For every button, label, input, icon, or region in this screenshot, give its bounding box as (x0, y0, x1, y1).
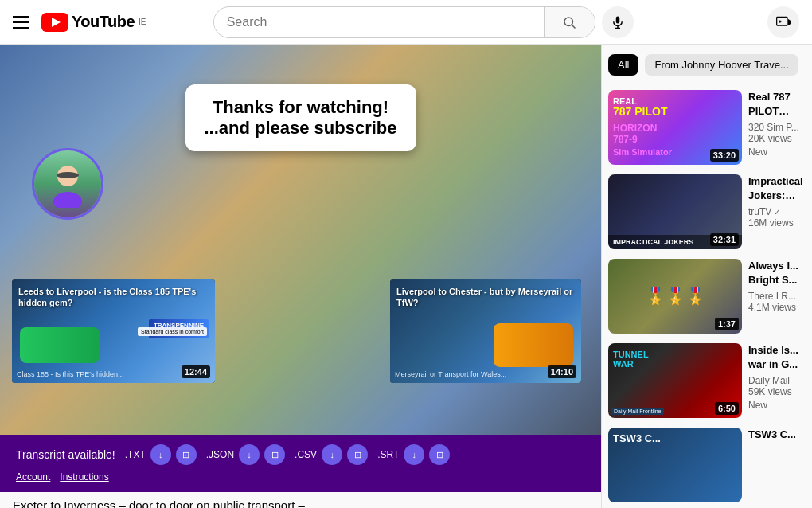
transcript-links: Account Instructions (16, 471, 585, 483)
sidebar: All From Johnny Hoover Trave... REAL 787… (601, 45, 812, 508)
thumb-train-right (494, 323, 573, 367)
sidebar-stats-0: 20K views (748, 133, 806, 144)
video-section: Thanks for watching! ...and please subsc… (0, 45, 601, 508)
svg-rect-4 (615, 16, 619, 23)
horizon-text: HORIZON787-9 (613, 123, 657, 145)
json-download-button[interactable]: ↓ (239, 444, 260, 465)
srt-sub-button[interactable]: ⊡ (429, 444, 450, 465)
sidebar-new-0: New (748, 147, 767, 158)
format-json-group: .JSON ↓ ⊡ (206, 444, 285, 465)
sidebar-info-0: Real 787 PILOT Reviews... 320 Sim P... 2… (748, 90, 806, 165)
format-txt-group: .TXT ↓ ⊡ (125, 444, 197, 465)
account-link[interactable]: Account (16, 471, 50, 483)
svg-point-2 (564, 18, 573, 26)
search-input[interactable] (214, 15, 544, 29)
daily-mail-badge: Daily Mail Frontline (611, 408, 664, 415)
video-title-bar: Exeter to Inverness – door to door on pu… (0, 492, 601, 508)
video-title: Exeter to Inverness – door to door on pu… (13, 498, 588, 508)
filter-chips: All From Johnny Hoover Trave... (602, 45, 812, 85)
thumb-train-left (20, 327, 100, 363)
sidebar-thumb-bg-4: TSW3 C... (608, 428, 742, 502)
sidebar-stats-1: 16M views (748, 217, 806, 229)
sidebar-info-4: TSW3 C... (748, 428, 806, 502)
pilot-text: REAL 787 PILOT (613, 96, 667, 118)
txt-sub-button[interactable]: ⊡ (176, 444, 197, 465)
sidebar-channel-1: truTV ✓ (748, 206, 806, 217)
format-txt-label: .TXT (125, 449, 146, 460)
transcript-bar: Transcript available! .TXT ↓ ⊡ .JSON ↓ ⊡… (0, 435, 601, 492)
video-thumbnail-left[interactable]: Leeds to Liverpool - is the Class 185 TP… (12, 279, 215, 383)
sidebar-info-1: Impractical Jokers: Best Gr... truTV ✓ 1… (748, 174, 806, 249)
csv-download-button[interactable]: ↓ (322, 444, 342, 465)
sidebar-stats-3: 59K views (748, 386, 806, 397)
avatar-person (34, 150, 101, 217)
sidebar-duration-2: 1:37 (715, 318, 739, 330)
sidebar-stats-2: 4.1M views (748, 302, 806, 313)
search-container (213, 6, 634, 38)
format-csv-label: .CSV (295, 449, 317, 460)
search-bar (213, 6, 595, 38)
mic-button[interactable] (602, 6, 634, 38)
sidebar-thumb-0: REAL 787 PILOT HORIZON787-9 Sim Simulato… (608, 90, 742, 165)
youtube-logo[interactable]: YouTubeIE (41, 13, 146, 32)
sidebar-duration-0: 33:20 (710, 149, 739, 162)
sidebar-duration-3: 6:50 (715, 402, 739, 415)
standard-class-badge: Standard class in comfort (138, 327, 207, 336)
sidebar-title-4: TSW3 C... (748, 428, 806, 442)
sidebar-channel-0: 320 Sim P... (748, 122, 806, 133)
create-button[interactable] (767, 6, 799, 38)
sidebar-thumb-4: TSW3 C... (608, 428, 742, 502)
video-background: Thanks for watching! ...and please subsc… (0, 45, 601, 435)
thumb-left-bottom-text: Class 185 - Is this TPE's hidden... (17, 370, 124, 378)
thumb-bg-left: Leeds to Liverpool - is the Class 185 TP… (12, 279, 215, 383)
main-content: Thanks for watching! ...and please subsc… (0, 45, 812, 508)
video-player[interactable]: Thanks for watching! ...and please subsc… (0, 45, 601, 435)
svg-line-3 (572, 25, 576, 28)
sidebar-new-3: New (748, 400, 767, 411)
sidebar-info-3: Inside Is... war in G... Daily Mail 59K … (748, 343, 806, 418)
sidebar-duration-1: 32:31 (710, 233, 739, 246)
youtube-icon (41, 13, 68, 32)
search-button[interactable] (544, 6, 595, 38)
format-srt-group: .SRT ↓ ⊡ (377, 444, 450, 465)
logo-text: YouTube (72, 13, 135, 31)
sidebar-item-4[interactable]: TSW3 C... TSW3 C... (602, 423, 812, 507)
srt-download-button[interactable]: ↓ (404, 444, 424, 465)
header-left: YouTubeIE (13, 13, 146, 32)
thumb-right-duration: 14:10 (548, 365, 576, 378)
sidebar-item-0[interactable]: REAL 787 PILOT HORIZON787-9 Sim Simulato… (602, 85, 812, 170)
svg-marker-8 (788, 18, 791, 25)
txt-download-button[interactable]: ↓ (150, 444, 171, 465)
thumb-left-title: Leeds to Liverpool - is the Class 185 TP… (18, 286, 209, 309)
svg-rect-13 (57, 172, 79, 178)
instructions-link[interactable]: Instructions (60, 471, 108, 483)
chip-from-channel[interactable]: From Johnny Hoover Trave... (645, 54, 798, 76)
header-right (767, 6, 799, 38)
thumb-right-bottom-text: Merseyrail or Transport for Wales... (395, 370, 506, 378)
csv-sub-button[interactable]: ⊡ (347, 444, 368, 465)
thumb-left-duration: 12:44 (182, 365, 210, 378)
sidebar-item-3[interactable]: TUNNELWAR Daily Mail Frontline 6:50 Insi… (602, 338, 812, 423)
sidebar-title-0: Real 787 PILOT Reviews... (748, 90, 806, 119)
sidebar-item-1[interactable]: IMPRACTICAL JOKERS 32:31 Impractical Jok… (602, 170, 812, 254)
boeing-subtext: Sim Simulator (613, 147, 672, 157)
sidebar-title-2: Always I...Bright S... (748, 259, 806, 287)
json-sub-button[interactable]: ⊡ (264, 444, 285, 465)
video-thumbnail-right[interactable]: Liverpool to Chester - but by Merseyrail… (390, 279, 581, 383)
menu-button[interactable] (13, 16, 29, 29)
sidebar-thumb-3: TUNNELWAR Daily Mail Frontline 6:50 (608, 343, 742, 418)
verified-icon-1: ✓ (774, 208, 780, 217)
sidebar-thumb-1: IMPRACTICAL JOKERS 32:31 (608, 174, 742, 249)
transcript-row: Transcript available! .TXT ↓ ⊡ .JSON ↓ ⊡… (16, 444, 585, 465)
header: YouTubeIE (0, 0, 812, 45)
sidebar-item-2[interactable]: 🎖️🎖️🎖️ 1:37 Always I...Bright S... There… (602, 254, 812, 338)
video-avatar (32, 148, 103, 220)
format-csv-group: .CSV ↓ ⊡ (295, 444, 368, 465)
transcript-label: Transcript available! (16, 448, 115, 461)
thumb-right-title: Liverpool to Chester - but by Merseyrail… (396, 286, 575, 309)
chip-all[interactable]: All (608, 54, 638, 76)
sidebar-title-1: Impractical Jokers: Best Gr... (748, 174, 806, 203)
format-json-label: .JSON (206, 449, 234, 460)
svg-point-12 (53, 192, 82, 208)
sidebar-channel-2: There I R... (748, 291, 806, 302)
